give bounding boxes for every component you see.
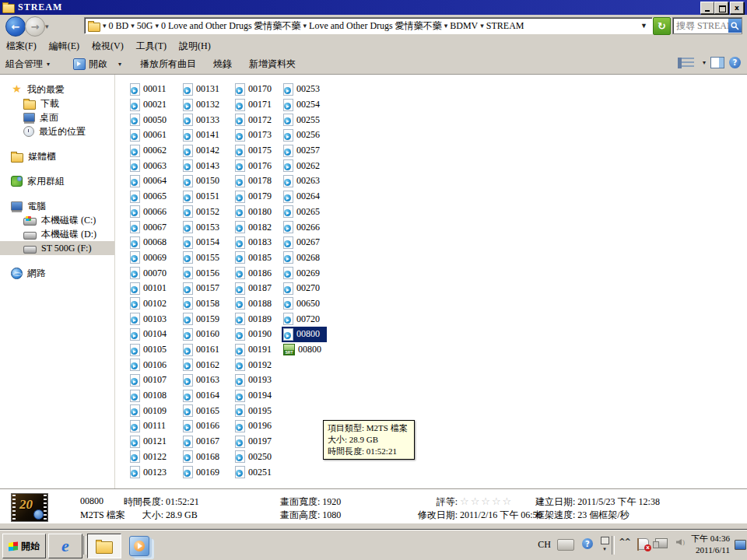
open-button[interactable]: 開啟 ▾	[68, 56, 127, 72]
minimize-button[interactable]	[700, 2, 714, 14]
sidebar-item-recent-places[interactable]: 最近的位置	[0, 124, 114, 138]
media-player-taskbar-icon[interactable]	[129, 536, 149, 556]
crumb-arrow-icon[interactable]: ▾	[155, 22, 159, 30]
file-item[interactable]: 00164	[181, 388, 226, 404]
address-dropdown-icon[interactable]: ▼	[640, 22, 647, 30]
file-item[interactable]: 00176	[233, 158, 279, 173]
file-item[interactable]: 00061	[128, 128, 174, 143]
file-item[interactable]: 00265	[282, 205, 327, 220]
language-help-icon[interactable]: ?	[582, 538, 593, 549]
file-item[interactable]: 00121	[128, 434, 174, 450]
file-item[interactable]: 00197	[233, 434, 279, 450]
sidebar-item-libraries[interactable]: 媒體櫃	[0, 149, 114, 163]
file-item[interactable]: 00155	[181, 250, 226, 266]
file-item[interactable]: 00270	[282, 281, 327, 296]
file-item[interactable]: SRT00800	[282, 342, 327, 358]
file-item[interactable]: 00166	[181, 418, 226, 434]
file-item[interactable]: 00192	[233, 357, 279, 373]
file-item[interactable]: 00142	[181, 143, 226, 159]
address-field[interactable]: ▾0 BD▾50G▾0 Love and Other Drugs 愛情藥不藥▾L…	[84, 17, 653, 34]
file-item[interactable]: 00162	[181, 357, 226, 373]
file-item[interactable]: 00650	[282, 296, 327, 312]
start-button[interactable]: 開始	[2, 534, 46, 558]
file-item[interactable]: 00188	[233, 296, 279, 312]
breadcrumb-segment[interactable]: 0 BD	[109, 20, 129, 32]
sidebar-item-homegroup[interactable]: 家用群組	[0, 174, 114, 188]
file-item[interactable]: 00182	[233, 219, 279, 235]
file-item[interactable]: 00190	[233, 327, 279, 342]
file-item[interactable]: 00256	[282, 128, 327, 143]
file-item[interactable]: 00122	[128, 450, 174, 465]
file-item[interactable]: 00165	[181, 403, 226, 418]
file-item[interactable]: 00105	[128, 342, 174, 358]
file-item[interactable]: 00172	[233, 112, 279, 128]
file-item[interactable]: 00173	[233, 128, 279, 143]
file-item[interactable]: 00158	[181, 296, 226, 312]
refresh-button[interactable]: ↻	[653, 17, 671, 35]
file-item[interactable]: 00180	[233, 205, 279, 220]
file-item[interactable]: 00262	[282, 158, 327, 173]
search-box[interactable]: 搜尋 STREAM	[672, 17, 742, 34]
file-item[interactable]: 00157	[181, 281, 226, 296]
file-item[interactable]: 00067	[128, 219, 174, 235]
file-item[interactable]: 00800	[282, 327, 327, 342]
menu-file[interactable]: 檔案(F)	[0, 38, 43, 54]
file-item[interactable]: 00193	[233, 373, 279, 388]
file-item[interactable]: 00253	[282, 82, 327, 97]
sidebar-item-desktop[interactable]: 桌面	[0, 110, 114, 124]
language-bar-options[interactable]: ▾	[599, 537, 610, 552]
sidebar-item-network[interactable]: 網路	[0, 266, 114, 280]
new-folder-button[interactable]: 新增資料夾	[244, 56, 301, 72]
file-item[interactable]: 00169	[181, 464, 226, 480]
file-item[interactable]: 00268	[282, 250, 327, 266]
file-item[interactable]: 00266	[282, 219, 327, 235]
file-item[interactable]: 00101	[128, 281, 174, 296]
breadcrumb-segment[interactable]: Love and Other Drugs 愛情藥不藥	[309, 19, 442, 33]
crumb-arrow-icon[interactable]: ▾	[103, 22, 107, 30]
restore-button[interactable]	[714, 2, 728, 14]
file-item[interactable]: 00103	[128, 311, 174, 327]
sidebar-item-disk-d[interactable]: 本機磁碟 (D:)	[0, 227, 114, 241]
file-item[interactable]: 00194	[233, 388, 279, 404]
file-item[interactable]: 00104	[128, 327, 174, 342]
file-item[interactable]: 00063	[128, 158, 174, 173]
file-item[interactable]: 00141	[181, 128, 226, 143]
menu-view[interactable]: 檢視(V)	[86, 38, 130, 54]
breadcrumb-segment[interactable]: STREAM	[486, 20, 524, 32]
file-item[interactable]: 00189	[233, 311, 279, 327]
file-item[interactable]: 00185	[233, 250, 279, 266]
file-item[interactable]: 00167	[181, 434, 226, 450]
file-item[interactable]: 00150	[181, 173, 226, 189]
file-item[interactable]: 00062	[128, 143, 174, 159]
burn-button[interactable]: 燒錄	[208, 56, 237, 72]
crumb-arrow-icon[interactable]: ▾	[480, 22, 484, 30]
file-item[interactable]: 00178	[233, 173, 279, 189]
file-item[interactable]: 00196	[233, 418, 279, 434]
file-item[interactable]: 00168	[181, 450, 226, 465]
organize-button[interactable]: 組合管理 ▾	[0, 56, 55, 72]
file-item[interactable]: 00171	[233, 97, 279, 113]
keyboard-icon[interactable]	[557, 539, 574, 551]
file-item[interactable]: 00065	[128, 189, 174, 205]
file-item[interactable]: 00251	[233, 464, 279, 480]
file-item[interactable]: 00179	[233, 189, 279, 205]
display-settings-icon[interactable]	[735, 540, 746, 550]
crumb-arrow-icon[interactable]: ▾	[444, 22, 448, 30]
file-item[interactable]: 00106	[128, 357, 174, 373]
file-item[interactable]: 00170	[233, 82, 279, 97]
file-item[interactable]: 00066	[128, 205, 174, 220]
file-item[interactable]: 00267	[282, 235, 327, 250]
file-item[interactable]: 00269	[282, 265, 327, 281]
crumb-arrow-icon[interactable]: ▾	[131, 22, 135, 30]
file-item[interactable]: 00264	[282, 189, 327, 205]
file-item[interactable]: 00154	[181, 235, 226, 250]
file-item[interactable]: 00183	[233, 235, 279, 250]
file-item[interactable]: 00187	[233, 281, 279, 296]
menu-help[interactable]: 說明(H)	[173, 38, 217, 54]
breadcrumb-segment[interactable]: 0 Love and Other Drugs 愛情藥不藥	[161, 19, 301, 33]
menu-edit[interactable]: 編輯(E)	[43, 38, 86, 54]
file-item[interactable]: 00021	[128, 97, 174, 113]
file-item[interactable]: 00255	[282, 112, 327, 128]
file-item[interactable]: 00257	[282, 143, 327, 159]
file-item[interactable]: 00069	[128, 250, 174, 266]
